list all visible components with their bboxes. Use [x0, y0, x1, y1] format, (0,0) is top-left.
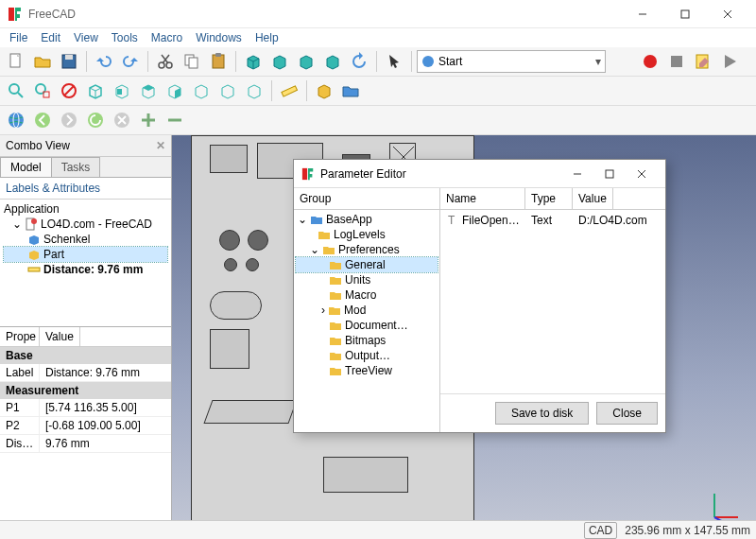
folder-yellow-icon [322, 243, 335, 256]
menu-file[interactable]: File [4, 29, 33, 46]
col-val[interactable]: Value [573, 188, 613, 209]
undo-icon[interactable] [92, 49, 116, 74]
prop-p1-key[interactable]: P1 [0, 399, 40, 416]
tree-units[interactable]: Units [345, 273, 370, 287]
part-yellow-icon [27, 248, 41, 261]
col-value[interactable]: Value [40, 327, 80, 346]
dialog-maximize-button[interactable] [593, 160, 626, 187]
no-view-icon[interactable] [57, 78, 81, 103]
menu-macro[interactable]: Macro [146, 29, 188, 46]
tree-application[interactable]: Application [4, 202, 60, 216]
tree-distance[interactable]: Distance: 9.76 mm [43, 263, 143, 276]
col-property[interactable]: Prope [0, 327, 40, 346]
tab-tasks[interactable]: Tasks [51, 157, 101, 177]
combo-close-icon[interactable]: ✕ [156, 139, 165, 152]
nav-reload-icon[interactable] [83, 108, 108, 132]
folder-yellow-icon [329, 273, 342, 287]
dialog-close-button[interactable] [626, 160, 658, 187]
dialog-group-header[interactable]: Group [294, 188, 439, 210]
col-type[interactable]: Type [525, 188, 573, 209]
tree-macro[interactable]: Macro [345, 288, 376, 302]
zoom-in-icon[interactable] [136, 108, 161, 132]
part-icon[interactable] [312, 78, 336, 103]
left-view-icon[interactable] [242, 78, 266, 103]
dialog-minimize-button[interactable] [561, 160, 593, 187]
zoom-selection-icon[interactable] [30, 78, 55, 103]
globe-icon[interactable] [4, 108, 28, 132]
tree-bitmaps[interactable]: Bitmaps [345, 334, 386, 347]
top-view-icon[interactable] [136, 78, 161, 103]
prop-p2-val[interactable]: [-0.68 109.00 5.00] [40, 417, 146, 434]
tree-loglevels[interactable]: LogLevels [334, 228, 386, 241]
copy-icon[interactable] [180, 49, 204, 74]
zoom-fit-icon[interactable] [4, 78, 28, 103]
tree-general[interactable]: General [345, 258, 386, 271]
col-name[interactable]: Name [440, 188, 525, 209]
menu-help[interactable]: Help [249, 29, 284, 46]
redo-icon[interactable] [118, 49, 143, 74]
tree-schenkel[interactable]: Schenkel [43, 233, 90, 246]
param-type: Text [525, 214, 573, 227]
measure-icon[interactable] [277, 78, 301, 103]
tab-model[interactable]: Model [0, 157, 52, 177]
cube-icon-2[interactable] [267, 49, 292, 74]
nav-style-badge[interactable]: CAD [584, 522, 617, 539]
pointer-icon[interactable] [382, 49, 406, 74]
prop-p1-val[interactable]: [5.74 116.35 5.00] [40, 399, 143, 416]
doc-icon [25, 217, 38, 231]
tree-document[interactable]: Document… [345, 319, 408, 332]
nav-forward-icon[interactable] [57, 108, 81, 132]
close-window-button[interactable] [706, 0, 748, 27]
paste-icon[interactable] [206, 49, 231, 74]
menu-edit[interactable]: Edit [35, 29, 66, 46]
parameter-list[interactable]: TFileOpen… Text D:/LO4D.com [440, 210, 665, 393]
tree-preferences[interactable]: Preferences [338, 243, 400, 256]
model-tree[interactable]: Application ⌄LO4D.com - FreeCAD Schenkel… [0, 200, 171, 279]
macro-play-icon[interactable] [717, 49, 742, 74]
prop-label-val[interactable]: Distance: 9.76 mm [40, 364, 146, 381]
macro-record-icon[interactable] [638, 49, 662, 74]
nav-stop-icon[interactable] [110, 108, 134, 132]
tree-treeview[interactable]: TreeView [345, 364, 392, 377]
param-value[interactable]: D:/LO4D.com [573, 214, 653, 227]
new-doc-icon[interactable] [4, 49, 28, 74]
open-doc-icon[interactable] [30, 49, 55, 74]
cut-icon[interactable] [153, 49, 178, 74]
macro-edit-icon[interactable] [691, 49, 715, 74]
maximize-button[interactable] [663, 0, 706, 27]
tree-part[interactable]: Part [43, 248, 64, 261]
tree-document[interactable]: LO4D.com - FreeCAD [41, 217, 152, 231]
bottom-view-icon[interactable] [215, 78, 240, 103]
rear-view-icon[interactable] [189, 78, 214, 103]
parameter-tree[interactable]: ⌄BaseApp LogLevels ⌄Preferences General … [294, 210, 439, 432]
svg-rect-14 [189, 58, 198, 68]
cube-icon-1[interactable] [241, 49, 266, 74]
close-button[interactable]: Close [596, 402, 658, 425]
save-to-disk-button[interactable]: Save to disk [495, 402, 589, 425]
svg-point-18 [644, 55, 657, 68]
cube-icon-3[interactable] [294, 49, 318, 74]
workbench-selector[interactable]: Start ▾ [417, 50, 606, 73]
tree-baseapp[interactable]: BaseApp [326, 213, 372, 226]
macro-stop-icon[interactable] [664, 49, 689, 74]
zoom-out-icon[interactable] [163, 108, 187, 132]
iso-view-icon[interactable] [83, 78, 108, 103]
menu-tools[interactable]: Tools [106, 29, 144, 46]
tree-output[interactable]: Output… [345, 349, 390, 362]
svg-point-10 [166, 62, 172, 68]
prop-dist-val[interactable]: 9.76 mm [40, 435, 95, 452]
save-doc-icon[interactable] [57, 49, 81, 74]
tree-mod[interactable]: Mod [344, 304, 366, 317]
folder-icon[interactable] [338, 78, 363, 103]
menu-view[interactable]: View [68, 29, 104, 46]
right-view-icon[interactable] [163, 78, 187, 103]
minimize-button[interactable] [621, 0, 663, 27]
param-name[interactable]: FileOpen… [462, 214, 520, 227]
refresh-icon[interactable] [347, 49, 371, 74]
cube-icon-4[interactable] [320, 49, 345, 74]
prop-p2-key[interactable]: P2 [0, 417, 40, 434]
nav-back-icon[interactable] [30, 108, 55, 132]
front-view-icon[interactable] [110, 78, 134, 103]
svg-line-26 [64, 86, 74, 96]
menu-windows[interactable]: Windows [190, 29, 248, 46]
